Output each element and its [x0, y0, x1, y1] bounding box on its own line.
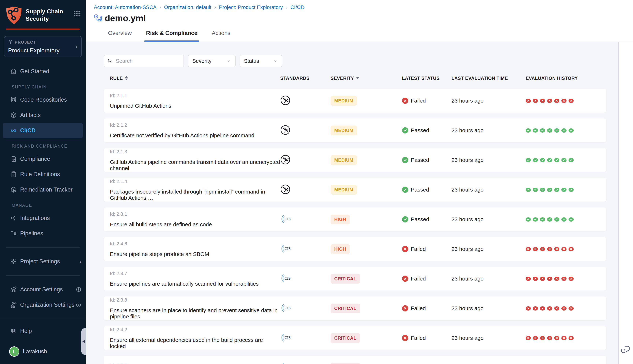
history-fail-icon[interactable]: [562, 99, 566, 103]
history-pass-icon[interactable]: [547, 188, 552, 192]
history-fail-icon[interactable]: [526, 99, 531, 103]
history-fail-icon[interactable]: [526, 247, 531, 251]
sidebar-item-organization-settings[interactable]: Organization Settings: [0, 297, 86, 312]
history-fail-icon[interactable]: [562, 247, 566, 251]
history-pass-icon[interactable]: [568, 188, 574, 192]
history-fail-icon[interactable]: [562, 277, 566, 281]
table-row-id-2-4-2[interactable]: Id: 2.4.2 Ensure all external dependenci…: [104, 326, 606, 350]
history-pass-icon[interactable]: [562, 158, 566, 162]
history-pass-icon[interactable]: [554, 217, 559, 222]
history-pass-icon[interactable]: [533, 217, 538, 222]
history-fail-icon[interactable]: [568, 99, 574, 103]
history-fail-icon[interactable]: [526, 336, 531, 340]
sidebar-collapse-button[interactable]: [81, 328, 86, 355]
history-pass-icon[interactable]: [554, 128, 559, 132]
search-box[interactable]: [104, 55, 184, 67]
history-pass-icon[interactable]: [554, 158, 559, 162]
user-menu[interactable]: L Lavakush: [0, 344, 86, 359]
history-pass-icon[interactable]: [568, 158, 574, 162]
table-row-id-2-1-1[interactable]: Id: 2.1.1 Unpinned GitHub Actions CIS: [104, 89, 606, 112]
history-fail-icon[interactable]: [533, 336, 538, 340]
history-fail-icon[interactable]: [568, 306, 574, 310]
table-row-id-2-1-3[interactable]: Id: 2.1.3 GitHub Actions pipeline comman…: [104, 148, 606, 172]
history-fail-icon[interactable]: [568, 336, 574, 340]
table-row-id-2-1-4[interactable]: Id: 2.1.4 Packages insecurely installed …: [104, 178, 606, 202]
history-pass-icon[interactable]: [526, 128, 531, 132]
sidebar-item-project-settings[interactable]: Project Settings›: [0, 254, 86, 269]
history-pass-icon[interactable]: [547, 158, 552, 162]
history-pass-icon[interactable]: [554, 188, 559, 192]
app-switcher-grid-icon[interactable]: [74, 10, 80, 18]
history-pass-icon[interactable]: [533, 158, 538, 162]
history-pass-icon[interactable]: [526, 158, 531, 162]
history-pass-icon[interactable]: [562, 128, 566, 132]
history-fail-icon[interactable]: [533, 99, 538, 103]
history-fail-icon[interactable]: [547, 336, 552, 340]
tab-actions[interactable]: Actions: [210, 28, 232, 42]
history-fail-icon[interactable]: [554, 247, 559, 251]
sidebar-item-pipelines[interactable]: Pipelines: [0, 226, 86, 241]
tab-risk-compliance[interactable]: Risk & Compliance: [144, 28, 199, 42]
history-fail-icon[interactable]: [540, 336, 545, 340]
status-filter[interactable]: Status: [240, 55, 282, 67]
sidebar-item-account-settings[interactable]: Account Settings: [0, 282, 86, 297]
history-fail-icon[interactable]: [547, 306, 552, 310]
sidebar-item-help[interactable]: ?Help: [0, 323, 86, 339]
history-fail-icon[interactable]: [562, 336, 566, 340]
history-pass-icon[interactable]: [568, 128, 574, 132]
breadcrumb-link-project-product-exploratory[interactable]: Project: Product Exploratory: [219, 4, 283, 10]
history-fail-icon[interactable]: [540, 99, 545, 103]
history-pass-icon[interactable]: [540, 158, 545, 162]
chat-support-icon[interactable]: [621, 344, 631, 355]
history-fail-icon[interactable]: [533, 277, 538, 281]
history-pass-icon[interactable]: [540, 188, 545, 192]
tab-overview[interactable]: Overview: [106, 28, 134, 42]
sidebar-item-code-repositories[interactable]: Code Repositories: [0, 92, 86, 108]
history-pass-icon[interactable]: [547, 128, 552, 132]
history-fail-icon[interactable]: [547, 247, 552, 251]
history-fail-icon[interactable]: [526, 306, 531, 310]
breadcrumb-link-account-automation-ssca[interactable]: Account: Automation-SSCA: [94, 4, 156, 10]
history-pass-icon[interactable]: [568, 217, 574, 222]
sidebar-item-compliance[interactable]: Compliance: [0, 151, 86, 166]
history-fail-icon[interactable]: [540, 277, 545, 281]
history-fail-icon[interactable]: [568, 247, 574, 251]
history-fail-icon[interactable]: [554, 336, 559, 340]
history-fail-icon[interactable]: [554, 306, 559, 310]
breadcrumb-link-organization-default[interactable]: Organization: default: [164, 4, 211, 10]
table-row-id-3-1-7[interactable]: Id: 3.1.7 CIS CRITICAL: [104, 356, 606, 364]
sidebar-item-rule-definitions[interactable]: Rule Definitions: [0, 166, 86, 182]
project-selector[interactable]: PROJECT Product Exploratory ›: [4, 36, 82, 57]
table-row-id-2-3-1[interactable]: Id: 2.3.1 Ensure all build steps are def…: [104, 208, 606, 231]
sidebar-item-remediation-tracker[interactable]: Remediation Tracker: [0, 182, 86, 198]
history-fail-icon[interactable]: [526, 277, 531, 281]
history-pass-icon[interactable]: [526, 188, 531, 192]
history-fail-icon[interactable]: [547, 99, 552, 103]
history-fail-icon[interactable]: [547, 277, 552, 281]
breadcrumb-link-ci-cd[interactable]: CI/CD: [290, 4, 304, 10]
history-fail-icon[interactable]: [554, 99, 559, 103]
history-fail-icon[interactable]: [533, 247, 538, 251]
search-input[interactable]: [116, 58, 180, 64]
history-fail-icon[interactable]: [540, 247, 545, 251]
history-pass-icon[interactable]: [533, 128, 538, 132]
history-pass-icon[interactable]: [533, 188, 538, 192]
history-fail-icon[interactable]: [533, 306, 538, 310]
sidebar-item-integrations[interactable]: Integrations: [0, 210, 86, 226]
history-pass-icon[interactable]: [526, 217, 531, 222]
column-header-severity[interactable]: SEVERITY: [330, 76, 402, 81]
sidebar-item-artifacts[interactable]: Artifacts: [0, 108, 86, 123]
severity-filter[interactable]: Severity: [188, 55, 236, 67]
history-pass-icon[interactable]: [547, 217, 552, 222]
history-fail-icon[interactable]: [568, 277, 574, 281]
history-pass-icon[interactable]: [540, 128, 545, 132]
sidebar-item-get-started[interactable]: Get Started: [0, 64, 86, 79]
history-fail-icon[interactable]: [562, 306, 566, 310]
history-pass-icon[interactable]: [540, 217, 545, 222]
table-row-id-2-3-8[interactable]: Id: 2.3.8 Ensure scanners are in place t…: [104, 296, 606, 320]
sidebar-item-ci-cd[interactable]: CI/CD: [3, 123, 83, 138]
column-header-rule[interactable]: RULE: [110, 76, 280, 81]
history-fail-icon[interactable]: [540, 306, 545, 310]
history-pass-icon[interactable]: [562, 188, 566, 192]
table-row-id-2-4-6[interactable]: Id: 2.4.6 Ensure pipeline steps produce …: [104, 237, 606, 261]
